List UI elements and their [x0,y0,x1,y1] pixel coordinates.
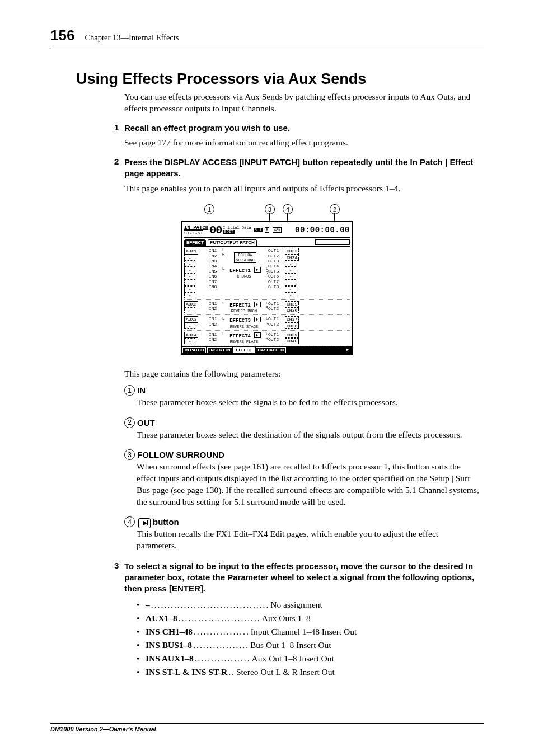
out-ports: OUT1OUT2 [268,316,285,329]
option-item: •–....................................No… [137,598,484,612]
param-description: This button recalls the FX1 Edit–FX4 Edi… [137,528,479,552]
channel-assignments: CH37CH38 [285,316,312,329]
in-ports: IN1IN2 [209,316,222,329]
effect-type: REVERB ROOM [231,309,257,313]
param-item: 1IN [124,385,479,396]
section-title: Using Effects Processors via Aux Sends [50,71,484,88]
effect-center: LEFFECT3 LRREVERB STAGE [222,316,268,329]
option-key: INS BUS1–8 [146,638,192,652]
step-number: 2 [114,157,124,180]
footer: DM1000 Version 2—Owner's Manual [50,723,484,732]
param-number-icon: 4 [124,516,135,527]
aux-label: AUX1 [184,248,198,254]
io-patch-tab: PUT/OUTPUT PATCH [208,239,257,246]
effect-block: AUX3 - IN1IN2LEFFECT3 LRREVERB STAGEOUT1… [184,315,350,331]
step-number: 3 [114,561,124,595]
option-value: Aux Out 1–8 Insert Out [252,652,334,665]
scene-number: 00 [209,224,222,237]
bottom-tabs: IN PATCH INSERT IN EFFECT CASCADE IN ▸ [182,346,352,354]
out-ports: OUT1OUT2 [268,332,285,345]
callout-4: 4 [283,204,293,214]
step-3: 3 To select a signal to be input to the … [114,561,484,595]
step-2-body: This page enables you to patch all input… [124,183,479,195]
option-value: Aux Outs 1–8 [262,612,311,625]
timecode: 00:00:00.00 [295,226,350,234]
effect-type: REVERB PLATE [230,340,258,344]
lcd-title: IN PATCH [184,225,208,231]
step-number: 1 [114,123,124,134]
intro-text: You can use effects processors via Aux S… [124,91,479,115]
option-item: •AUX1–8.........................Aux Outs… [137,612,484,625]
effect-center: LEFFECT2 LRREVERB ROOM [222,301,268,314]
callout-1: 1 [204,204,214,214]
channel-assignments: CH35CH36 [285,301,312,314]
option-key: – [146,598,150,612]
effect-center: LRFOLLOWSURROUNDLEFFECT1 LRCHORUS [222,248,268,298]
forward-button-icon [254,302,261,307]
param-number-icon: 2 [124,417,135,428]
effect-name: EFFECT1 [229,268,251,274]
effect-name: EFFECT2 [229,303,251,308]
samplerate-badge: 48K [273,227,282,233]
param-number-icon: 3 [124,449,135,460]
forward-button-icon [254,317,261,322]
param-label: IN [137,386,146,395]
effect-name: EFFECT4 [229,334,251,339]
in-ports: IN1IN2 [209,332,222,345]
option-item: •INS AUX1–8.................Aux Out 1–8 … [137,652,484,665]
chapter-label: Chapter 13—Internal Effects [85,33,179,43]
effect-block: AUX2 - IN1IN2LEFFECT2 LRREVERB ROOMOUT1O… [184,300,350,316]
step-heading: Recall an effect program you wish to use… [124,123,290,134]
param-label: button [153,517,179,527]
format-badge: 5.1 [254,228,263,232]
param-item: 3FOLLOW SURROUND [124,449,479,460]
option-value: Bus Out 1–8 Insert Out [250,638,331,652]
option-value: Input Channel 1–48 Insert Out [251,625,357,638]
option-item: •INS ST-L & INS ST-R..Stereo Out L & R I… [137,665,484,679]
param-description: These parameter boxes select the signals… [137,397,479,408]
option-value: No assignment [270,598,322,612]
forward-button-icon [138,518,151,528]
step-1-body: See page 177 for more information on rec… [124,137,479,149]
param-item: 2OUT [124,417,479,428]
forward-button-icon [254,267,261,273]
options-list: •–....................................No… [137,598,484,679]
option-item: •INS CH1–48.................Input Channe… [137,625,484,638]
callout-2: 2 [330,204,340,214]
option-key: INS AUX1–8 [146,652,194,665]
option-key: INS CH1–48 [146,625,193,638]
forward-button-icon [254,332,261,338]
effect-center: LEFFECT4 LRREVERB PLATE [222,332,268,345]
effect-type: CHORUS [237,274,251,279]
param-number-icon: 1 [124,385,135,396]
param-item: 4button [124,516,479,527]
follow-surround-button: FOLLOWSURROUND [234,252,256,262]
edit-badge: EDIT [223,230,235,234]
in-ports: IN1IN2 [209,301,222,314]
aux-label: AUX4 [184,332,198,338]
tab-in-patch: IN PATCH [182,347,206,353]
channel-assignments: CH33CH34 - - - - - - [285,248,312,298]
step-heading: Press the DISPLAY ACCESS [INPUT PATCH] b… [124,157,484,180]
step-2: 2 Press the DISPLAY ACCESS [INPUT PATCH]… [114,157,484,180]
option-key: INS ST-L & INS ST-R [146,665,227,679]
out-ports: OUT1OUT2 [268,301,285,314]
callout-3: 3 [265,204,275,214]
tab-insert-in: INSERT IN [207,347,232,353]
param-label: FOLLOW SURROUND [137,450,224,459]
option-value: Stereo Out L & R Insert Out [236,665,335,679]
option-item: •INS BUS1–8.................Bus Out 1–8 … [137,638,484,652]
page-number: 156 [50,27,74,44]
effect-type: REVERB STAGE [230,325,258,329]
step-heading: To select a signal to be input to the ef… [124,561,484,595]
option-key: AUX1–8 [146,612,177,625]
effect-name: EFFECT3 [229,318,251,323]
effect-grid: AUX1 - - - - - - - IN1IN2IN3IN4IN5IN6IN7… [184,246,350,346]
lcd-screen: IN PATCH ST-L-ST 00 Initial Data EDIT 5.… [181,221,353,354]
effect-tab: EFFECT [184,239,206,246]
aux-label: AUX2 [184,301,198,307]
param-description: These parameter boxes select the destina… [137,429,479,441]
channel-assignments: CH39CH40 [285,332,312,345]
header: 156 Chapter 13—Internal Effects [50,27,484,44]
param-label: OUT [137,418,155,428]
